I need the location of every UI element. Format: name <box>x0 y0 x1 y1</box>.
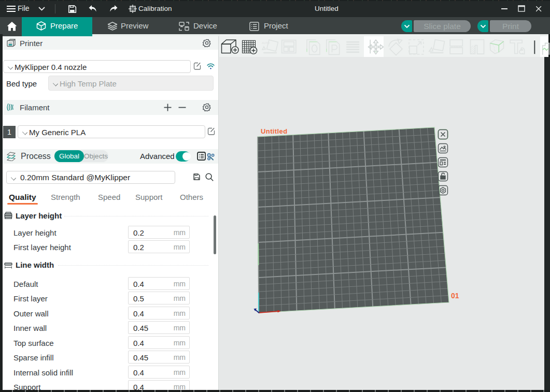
svg-text:AUTO: AUTO <box>262 41 270 45</box>
